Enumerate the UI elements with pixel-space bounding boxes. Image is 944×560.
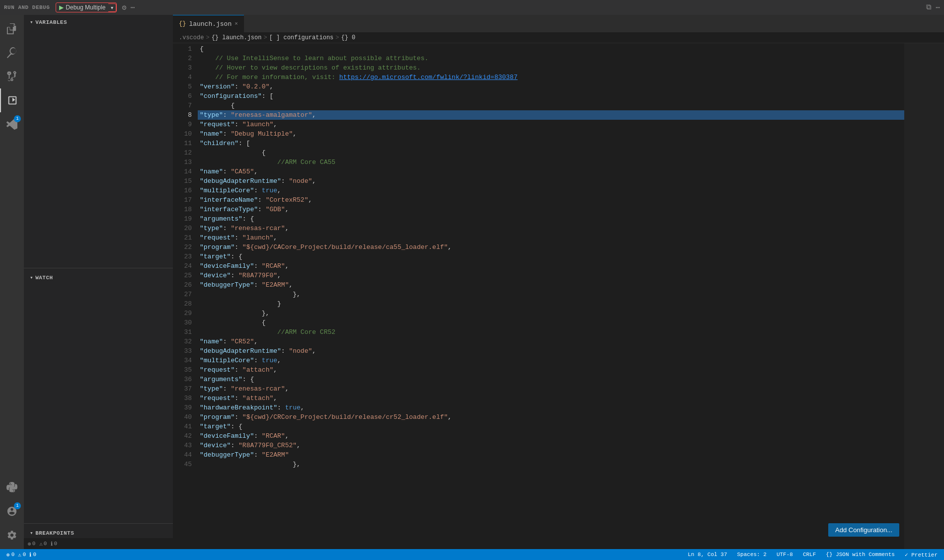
error-count-status: 0 [11, 552, 15, 558]
status-prettier[interactable]: ✓ Prettier [902, 552, 940, 558]
code-line-14: "name": "CA55", [198, 167, 904, 176]
info-icon: ℹ [51, 541, 53, 547]
add-configuration-button[interactable]: Add Configuration... [828, 523, 899, 537]
watch-chevron: ▾ [30, 274, 33, 281]
warning-count-status: 0 [23, 552, 26, 558]
error-count: ⊗ 0 ⚠ 0 ℹ 0 [28, 541, 57, 547]
code-line-12: { [198, 148, 904, 158]
code-line-22: "program": "${cwd}/CACore_Project/build/… [198, 242, 904, 252]
activity-item-run-debug[interactable] [0, 88, 24, 112]
debug-play-button[interactable]: ▶ Debug Multiple [56, 3, 108, 12]
code-line-40: "program": "${cwd}/CRCore_Project/build/… [198, 412, 904, 422]
tab-launch-json[interactable]: {} launch.json × [173, 15, 244, 32]
more-icon[interactable]: ⋯ [130, 3, 135, 12]
minimap-canvas [904, 43, 944, 549]
minimap [904, 43, 944, 549]
code-line-5: "version": "0.2.0", [198, 82, 904, 91]
code-line-33: "debugAdapterRuntime": "node", [198, 346, 904, 356]
variables-label: VARIABLES [35, 19, 67, 25]
code-line-19: "arguments": { [198, 214, 904, 224]
activity-bar: 1 1 [0, 15, 24, 549]
breadcrumb-configurations[interactable]: [ ] configurations [269, 34, 334, 41]
watch-label: WATCH [35, 275, 53, 281]
code-line-39: "hardwareBreakpoint": true, [198, 403, 904, 412]
debug-button-group[interactable]: ▶ Debug Multiple ▾ [56, 2, 117, 12]
more-editor-icon[interactable]: ⋯ [936, 3, 940, 12]
breakpoints-label: BREAKPOINTS [35, 530, 74, 536]
tab-close-button[interactable]: × [235, 21, 238, 27]
activity-item-explorer[interactable] [0, 17, 24, 41]
status-errors[interactable]: ⊗ 0 ⚠ 0 ℹ 0 [4, 552, 39, 558]
sidebar: ▾ VARIABLES ▾ WATCH ▾ BREAKPOINTS ⊗ 0 ⚠ … [24, 15, 173, 549]
code-content[interactable]: { // Use IntelliSense to learn about pos… [198, 43, 904, 549]
editor-area: {} launch.json × .vscode > {} launch.jso… [173, 15, 944, 549]
breakpoints-section-header[interactable]: ▾ BREAKPOINTS [24, 526, 173, 538]
tab-bar: {} launch.json × [173, 15, 944, 32]
activity-item-python[interactable] [0, 476, 24, 499]
extensions-badge: 1 [14, 115, 21, 122]
code-line-15: "debugAdapterRuntime": "node", [198, 176, 904, 186]
breadcrumb-item-0[interactable]: {} 0 [341, 34, 355, 41]
code-line-24: "deviceFamily": "RCAR", [198, 261, 904, 271]
tab-filename: launch.json [189, 20, 232, 28]
code-line-37: "type": "renesas-rcar", [198, 384, 904, 394]
code-line-2: // Use IntelliSense to learn about possi… [198, 54, 904, 63]
split-editor-icon[interactable]: ⧉ [926, 3, 932, 12]
status-eol[interactable]: CRLF [800, 552, 818, 558]
code-line-42: "deviceFamily": "RCAR", [198, 431, 904, 441]
code-line-32: "name": "CR52", [198, 337, 904, 346]
code-line-29: }, [198, 309, 904, 318]
activity-item-source-control[interactable] [0, 65, 24, 88]
error-status-icon: ⊗ [6, 552, 10, 558]
breadcrumb-sep-3: > [335, 34, 339, 41]
code-line-8: "type": "renesas-amalgamator", [198, 110, 904, 120]
status-ln-col[interactable]: Ln 8, Col 37 [685, 552, 729, 558]
code-line-31: //ARM Core CR52 [198, 327, 904, 337]
code-line-16: "multipleCore": true, [198, 186, 904, 195]
sidebar-bottom-status: ⊗ 0 ⚠ 0 ℹ 0 [24, 538, 173, 549]
code-line-28: } [198, 299, 904, 309]
code-line-4: // For more information, visit: https://… [198, 73, 904, 82]
activity-item-settings[interactable] [0, 523, 24, 547]
watch-section-header[interactable]: ▾ WATCH [24, 270, 173, 283]
code-line-11: "children": [ [198, 139, 904, 148]
status-language[interactable]: {} JSON with Comments [823, 552, 897, 558]
info-count-status: 0 [33, 552, 36, 558]
variables-section-header[interactable]: ▾ VARIABLES [24, 15, 173, 27]
breadcrumb-launch-json[interactable]: {} launch.json [212, 34, 262, 41]
code-line-38: "request": "attach", [198, 394, 904, 403]
status-encoding[interactable]: UTF-8 [774, 552, 795, 558]
line-numbers: 1234567891011121314151617181920212223242… [173, 43, 198, 549]
code-line-34: "multipleCore": true, [198, 356, 904, 365]
activity-item-extensions[interactable]: 1 [0, 112, 24, 136]
code-line-21: "request": "launch", [198, 233, 904, 242]
debug-button-label: Debug Multiple [66, 4, 105, 11]
code-line-25: "device": "R8A779F0", [198, 271, 904, 280]
sidebar-divider-1 [24, 268, 173, 268]
breakpoints-chevron: ▾ [30, 530, 33, 536]
code-line-20: "type": "renesas-rcar", [198, 224, 904, 233]
code-line-23: "target": { [198, 252, 904, 261]
code-line-41: "target": { [198, 422, 904, 431]
code-line-17: "interfaceName": "CortexR52", [198, 195, 904, 205]
title-bar: RUN AND DEBUG ▶ Debug Multiple ▾ ⚙ ⋯ ⧉ ⋯ [0, 0, 944, 15]
breadcrumb-vscode[interactable]: .vscode [179, 34, 204, 41]
account-badge: 1 [14, 502, 21, 509]
warning-status-icon: ⚠ [18, 552, 21, 558]
activity-item-search[interactable] [0, 41, 24, 65]
code-line-27: }, [198, 290, 904, 299]
activity-item-account[interactable]: 1 [0, 499, 24, 523]
debug-dropdown-button[interactable]: ▾ [108, 3, 116, 12]
breadcrumb-sep-1: > [206, 34, 209, 41]
code-line-6: "configurations": [ [198, 91, 904, 101]
breadcrumb-sep-2: > [263, 34, 267, 41]
gear-icon[interactable]: ⚙ [122, 3, 126, 12]
tab-file-icon: {} [179, 20, 186, 27]
code-line-26: "debuggerType": "E2ARM", [198, 280, 904, 290]
status-spaces[interactable]: Spaces: 2 [734, 552, 769, 558]
code-line-9: "request": "launch", [198, 120, 904, 129]
code-line-36: "arguments": { [198, 375, 904, 384]
code-line-10: "name": "Debug Multiple", [198, 129, 904, 139]
code-editor: 1234567891011121314151617181920212223242… [173, 43, 944, 549]
code-line-7: { [198, 101, 904, 110]
